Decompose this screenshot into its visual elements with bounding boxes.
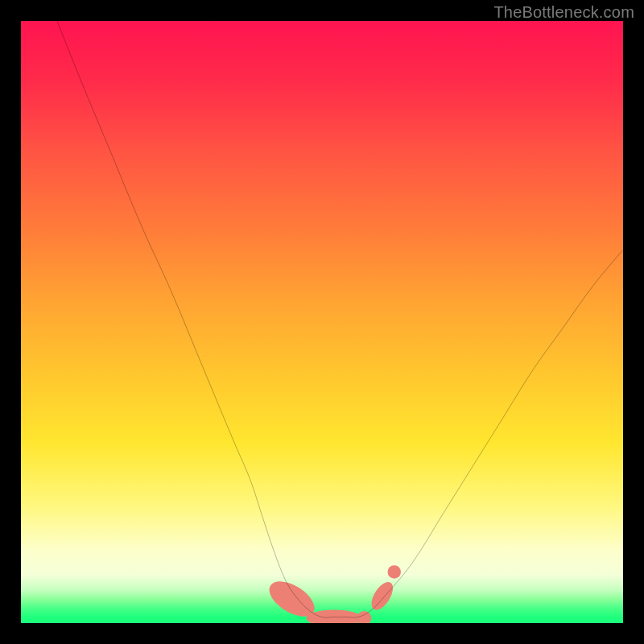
marker-cluster-group (263, 565, 401, 623)
watermark-text: TheBottleneck.com (493, 3, 634, 22)
chart-svg (21, 21, 623, 623)
marker-cluster-4 (388, 565, 401, 578)
chart-plot-area (21, 21, 623, 623)
marker-cluster-3 (367, 579, 397, 613)
bottleneck-curve-path (57, 21, 623, 617)
marker-cluster-1 (307, 610, 362, 623)
marker-cluster-2 (357, 611, 371, 623)
chart-frame: TheBottleneck.com (0, 0, 644, 644)
